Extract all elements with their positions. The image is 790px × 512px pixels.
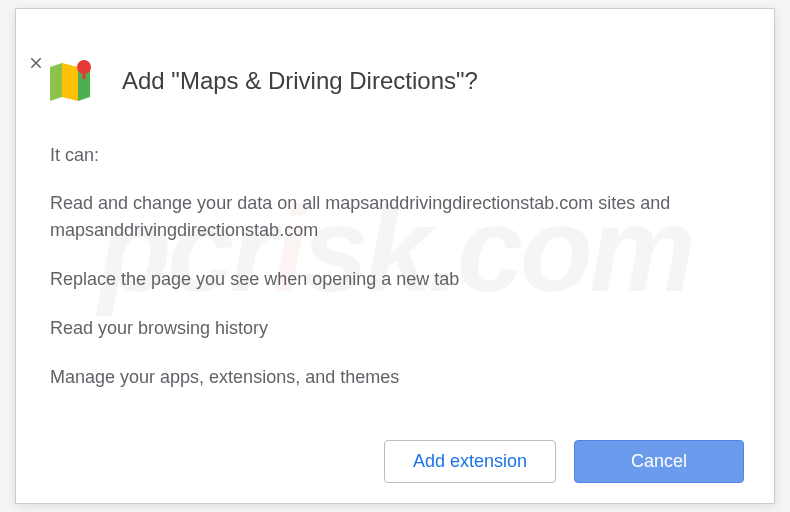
extension-maps-icon — [46, 57, 94, 105]
close-button[interactable] — [24, 51, 48, 75]
close-icon — [27, 54, 45, 72]
permission-item: Manage your apps, extensions, and themes — [50, 364, 744, 391]
dialog-title: Add "Maps & Driving Directions"? — [122, 67, 478, 95]
permission-item: Read and change your data on all mapsand… — [50, 190, 744, 244]
permissions-intro: It can: — [50, 145, 744, 166]
dialog-body: It can: Read and change your data on all… — [46, 145, 744, 430]
permission-item: Replace the page you see when opening a … — [50, 266, 744, 293]
cancel-button[interactable]: Cancel — [574, 440, 744, 483]
extension-install-dialog: pcrisk.com Add "Maps & Driving Direction… — [15, 8, 775, 504]
add-extension-button[interactable]: Add extension — [384, 440, 556, 483]
dialog-actions: Add extension Cancel — [46, 440, 744, 483]
dialog-header: Add "Maps & Driving Directions"? — [46, 57, 744, 105]
permission-item: Read your browsing history — [50, 315, 744, 342]
